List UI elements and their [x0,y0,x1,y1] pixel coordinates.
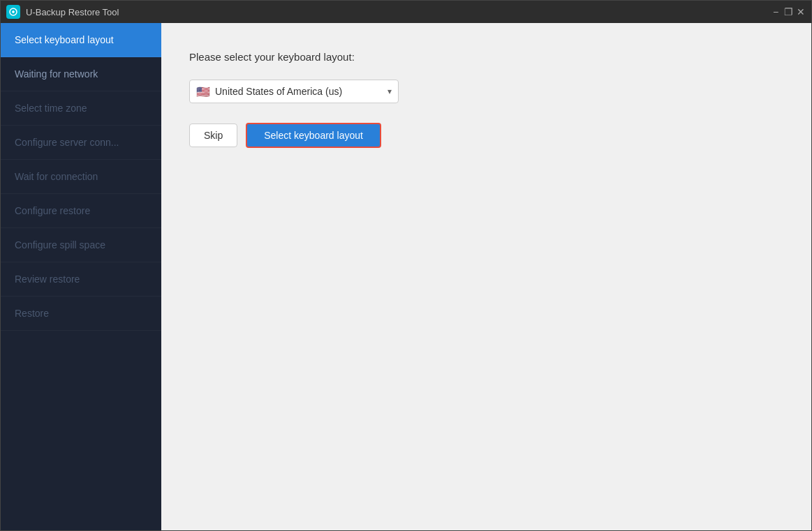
window-title: U-Backup Restore Tool [26,7,119,17]
sidebar-item-label: Waiting for network [15,68,98,80]
sidebar-item-waiting-for-network[interactable]: Waiting for network [1,57,161,91]
button-row: Skip Select keyboard layout [189,123,783,148]
titlebar-controls: − ❐ ✕ [771,7,806,17]
keyboard-layout-dropdown[interactable]: United States of America (us) United Kin… [189,80,399,103]
dropdown-wrapper: 🇺🇸 United States of America (us) United … [189,80,399,103]
sidebar-item-label: Restore [15,308,49,319]
sidebar-item-label: Review restore [15,274,80,285]
skip-button[interactable]: Skip [189,124,237,147]
sidebar-item-restore[interactable]: Restore [1,297,161,331]
app-window: U-Backup Restore Tool − ❐ ✕ Select keybo… [0,0,812,531]
sidebar-item-wait-for-connection[interactable]: Wait for connection [1,160,161,194]
sidebar-item-label: Configure server conn... [15,137,119,148]
sidebar: Select keyboard layout Waiting for netwo… [1,23,161,530]
sidebar-item-label: Configure spill space [15,239,105,250]
sidebar-item-label: Configure restore [15,205,90,216]
minimize-button[interactable]: − [771,7,781,17]
sidebar-item-review-restore[interactable]: Review restore [1,262,161,297]
titlebar-left: U-Backup Restore Tool [6,5,119,19]
sidebar-item-label: Select time zone [15,103,87,114]
select-keyboard-layout-button[interactable]: Select keyboard layout [246,123,381,148]
sidebar-item-configure-restore[interactable]: Configure restore [1,194,161,228]
instruction-text: Please select your keyboard layout: [189,51,783,63]
sidebar-item-configure-spill-space[interactable]: Configure spill space [1,228,161,262]
sidebar-item-configure-server-conn[interactable]: Configure server conn... [1,126,161,160]
close-button[interactable]: ✕ [796,7,806,17]
maximize-button[interactable]: ❐ [783,7,793,17]
sidebar-item-select-keyboard-layout[interactable]: Select keyboard layout [1,23,161,57]
dropdown-container: 🇺🇸 United States of America (us) United … [189,80,783,103]
app-icon [6,5,20,19]
sidebar-item-label: Wait for connection [15,171,98,182]
sidebar-item-label: Select keyboard layout [15,34,114,45]
titlebar: U-Backup Restore Tool − ❐ ✕ [1,1,811,23]
content-area: Please select your keyboard layout: 🇺🇸 U… [161,23,811,530]
main-content: Select keyboard layout Waiting for netwo… [1,23,811,530]
sidebar-item-select-time-zone[interactable]: Select time zone [1,91,161,126]
